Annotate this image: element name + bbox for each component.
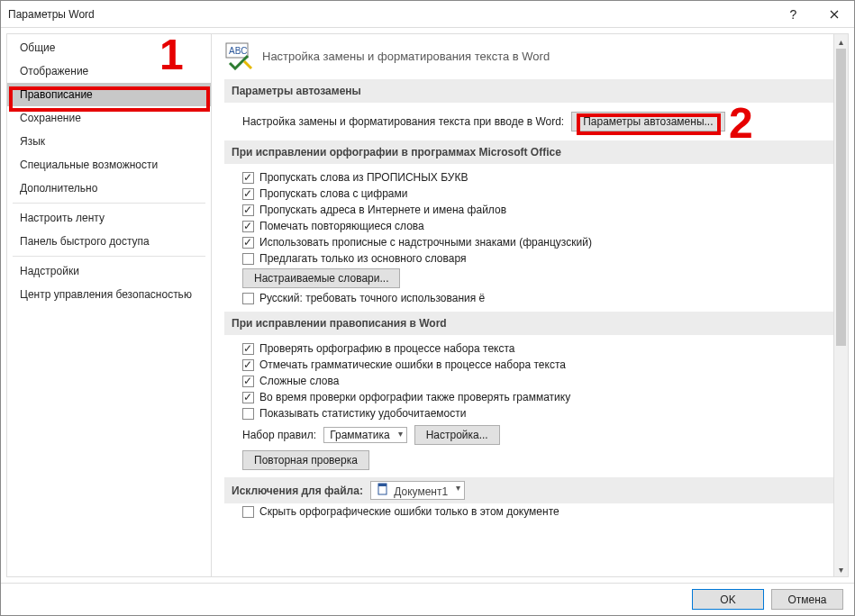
- lbl-french: Использовать прописные с надстрочными зн…: [259, 236, 592, 249]
- sidebar-item-proofing[interactable]: Правописание: [7, 83, 211, 106]
- ruleset-settings-button[interactable]: Настройка...: [414, 425, 500, 445]
- page-heading-row: ABC Настройка замены и форматирования те…: [224, 41, 833, 70]
- ok-button[interactable]: OK: [692, 589, 764, 610]
- lbl-numbers: Пропускать слова с цифрами: [259, 187, 407, 200]
- svg-rect-3: [378, 484, 387, 486]
- sidebar-separator: [13, 256, 205, 257]
- chk-uppercase[interactable]: [242, 172, 254, 184]
- sidebar-item-general[interactable]: Общие: [7, 36, 211, 59]
- lbl-main-dict: Предлагать только из основного словаря: [259, 252, 466, 265]
- scroll-down-icon[interactable]: ▾: [834, 562, 848, 576]
- chk-urls[interactable]: [242, 204, 254, 216]
- chk-grammar-with-spell[interactable]: [242, 392, 254, 403]
- section-word-spelling-title: При исправлении правописания в Word: [224, 312, 833, 335]
- close-button[interactable]: [814, 1, 854, 27]
- lbl-grammar-with-spell: Во время проверки орфографии также прове…: [259, 391, 570, 403]
- chk-repeated[interactable]: [242, 221, 254, 232]
- help-button[interactable]: ?: [773, 1, 814, 27]
- sidebar-item-display[interactable]: Отображение: [7, 59, 211, 83]
- autocorrect-desc: Настройка замены и форматирования текста…: [242, 115, 564, 128]
- lbl-readability: Показывать статистику удобочитаемости: [259, 407, 466, 420]
- chk-spell-as-type[interactable]: [242, 343, 254, 355]
- category-sidebar: Общие Отображение Правописание Сохранени…: [6, 33, 212, 577]
- proofing-icon: ABC: [224, 41, 253, 70]
- lbl-grammar-as-type: Отмечать грамматические ошибки в процесс…: [259, 358, 566, 371]
- scroll-thumb[interactable]: [836, 49, 846, 346]
- sidebar-item-language[interactable]: Язык: [7, 130, 211, 153]
- exceptions-doc-combo[interactable]: Документ1: [370, 481, 465, 500]
- lbl-uppercase: Пропускать слова из ПРОПИСНЫХ БУКВ: [259, 171, 468, 184]
- cancel-button[interactable]: Отмена: [771, 589, 843, 610]
- vertical-scrollbar[interactable]: ▴ ▾: [833, 34, 848, 576]
- sidebar-item-quick-access[interactable]: Панель быстрого доступа: [7, 230, 211, 253]
- autocorrect-options-button[interactable]: Параметры автозамены...: [571, 112, 724, 131]
- autocorrect-row: Настройка замены и форматирования текста…: [224, 108, 833, 135]
- chk-russian-yo[interactable]: [242, 293, 254, 304]
- svg-text:ABC: ABC: [229, 46, 248, 56]
- lbl-repeated: Помечать повторяющиеся слова: [259, 220, 424, 232]
- content-panel: ABC Настройка замены и форматирования те…: [212, 33, 849, 577]
- scroll-up-icon[interactable]: ▴: [834, 34, 848, 49]
- ruleset-combo[interactable]: Грамматика: [323, 427, 406, 443]
- exceptions-doc-name: Документ1: [394, 485, 448, 498]
- document-icon: [377, 483, 391, 497]
- sidebar-item-addins[interactable]: Надстройки: [7, 259, 211, 283]
- lbl-urls: Пропускать адреса в Интернете и имена фа…: [259, 204, 506, 216]
- sidebar-item-accessibility[interactable]: Специальные возможности: [7, 153, 211, 177]
- dialog-footer: OK Отмена: [1, 583, 854, 615]
- sidebar-separator: [13, 203, 205, 204]
- chk-numbers[interactable]: [242, 188, 254, 200]
- chk-main-dict[interactable]: [242, 253, 254, 265]
- section-autocorrect-title: Параметры автозамены: [224, 79, 833, 103]
- dialog-body: Общие Отображение Правописание Сохранени…: [1, 28, 854, 583]
- sidebar-item-save[interactable]: Сохранение: [7, 106, 211, 130]
- lbl-complex-words: Сложные слова: [259, 375, 339, 387]
- custom-dictionaries-button[interactable]: Настраиваемые словари...: [242, 268, 400, 288]
- chk-grammar-as-type[interactable]: [242, 359, 254, 371]
- window-title: Параметры Word: [8, 8, 773, 21]
- content-scroll-area: ABC Настройка замены и форматирования те…: [224, 34, 833, 576]
- ruleset-label: Набор правил:: [242, 429, 316, 441]
- section-exceptions: Исключения для файла: Документ1: [224, 477, 833, 503]
- sidebar-item-trust-center[interactable]: Центр управления безопасностью: [7, 283, 211, 306]
- section-office-spelling-title: При исправлении орфографии в программах …: [224, 140, 833, 164]
- recheck-button[interactable]: Повторная проверка: [242, 450, 369, 470]
- ruleset-value: Грамматика: [330, 429, 389, 441]
- dialog-window: Параметры Word ? Общие Отображение Право…: [0, 0, 855, 616]
- lbl-russian-yo: Русский: требовать точного использования…: [259, 292, 485, 304]
- chk-french[interactable]: [242, 237, 254, 249]
- titlebar: Параметры Word ?: [1, 1, 854, 28]
- chk-complex-words[interactable]: [242, 376, 254, 387]
- sidebar-item-advanced[interactable]: Дополнительно: [7, 177, 211, 200]
- sidebar-item-customize-ribbon[interactable]: Настроить ленту: [7, 206, 211, 230]
- chk-readability[interactable]: [242, 408, 254, 420]
- lbl-hide-spelling-this-doc: Скрыть орфографические ошибки только в э…: [259, 505, 559, 518]
- chk-hide-spelling-this-doc[interactable]: [242, 506, 254, 518]
- page-heading: Настройка замены и форматирования текста…: [262, 50, 550, 63]
- lbl-spell-as-type: Проверять орфографию в процессе набора т…: [259, 342, 515, 355]
- exceptions-label: Исключения для файла:: [232, 485, 363, 497]
